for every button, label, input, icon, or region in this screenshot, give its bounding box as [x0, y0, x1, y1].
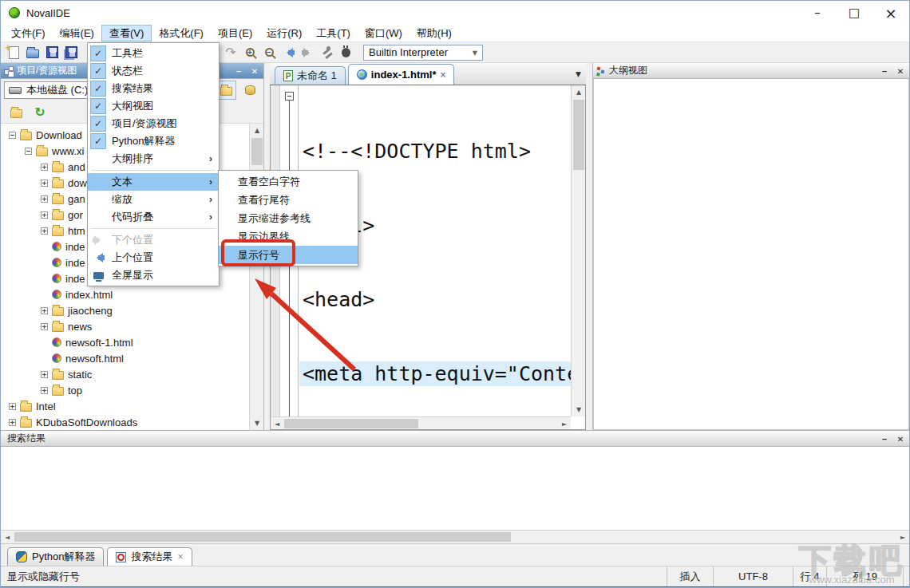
- debug-button[interactable]: [336, 44, 355, 61]
- expand-icon[interactable]: [41, 227, 48, 235]
- menu-run[interactable]: 运行(R): [259, 25, 309, 41]
- fold-collapse-icon[interactable]: [285, 92, 294, 101]
- tab-search-results[interactable]: 搜索结果: [107, 547, 192, 566]
- scroll-down-icon[interactable]: [572, 404, 585, 416]
- menu-item-code-folding[interactable]: 代码折叠: [88, 208, 219, 226]
- redo-button[interactable]: [221, 44, 240, 61]
- search-horizontal-scrollbar[interactable]: [1, 530, 909, 543]
- menu-item-indent-guides[interactable]: 显示缩进参考线: [219, 209, 358, 227]
- annotation-highlight-box: [221, 239, 295, 266]
- close-button[interactable]: [872, 1, 909, 25]
- tree-item[interactable]: static: [1, 366, 247, 382]
- scrollbar-thumb[interactable]: [573, 100, 584, 170]
- save-all-button[interactable]: [61, 44, 81, 61]
- minimize-button[interactable]: [799, 1, 836, 25]
- scroll-up-icon[interactable]: [572, 86, 585, 98]
- tree-item[interactable]: newsoft.html: [1, 350, 247, 366]
- submenu-arrow-icon: [209, 176, 212, 187]
- expand-icon[interactable]: [41, 323, 48, 330]
- menu-project[interactable]: 项目(E): [211, 25, 259, 41]
- menu-item-python-interpreter[interactable]: Python解释器: [88, 132, 219, 150]
- menu-window[interactable]: 窗口(W): [358, 25, 410, 41]
- menu-item-zoom[interactable]: 缩放: [88, 191, 219, 208]
- panel-minimize-button[interactable]: [879, 434, 890, 444]
- tree-item[interactable]: top: [1, 382, 247, 398]
- menu-edit[interactable]: 编辑(E): [53, 25, 101, 41]
- next-arrow-icon: [92, 235, 105, 245]
- collapse-icon[interactable]: [9, 132, 16, 139]
- scroll-left-icon[interactable]: [271, 418, 283, 430]
- navigate-forward-button[interactable]: [298, 44, 317, 61]
- expand-icon[interactable]: [41, 211, 48, 219]
- maximize-button[interactable]: [836, 1, 872, 25]
- tree-item[interactable]: news: [1, 318, 247, 334]
- folder-icon: [36, 148, 48, 156]
- menu-file[interactable]: 文件(F): [4, 25, 53, 41]
- editor-vertical-scrollbar[interactable]: [571, 85, 585, 416]
- menu-item-view-eol[interactable]: 查看行尾符: [219, 191, 358, 209]
- expand-icon[interactable]: [41, 387, 48, 394]
- menu-format[interactable]: 格式化(F): [152, 25, 211, 41]
- menu-item-view-whitespace[interactable]: 查看空白字符: [219, 172, 358, 191]
- scroll-right-icon[interactable]: [558, 418, 571, 430]
- tab-index-1-html[interactable]: index-1.html*: [348, 64, 455, 85]
- panel-minimize-button[interactable]: [233, 66, 244, 76]
- menu-tools[interactable]: 工具(T): [309, 25, 358, 41]
- panel-close-button[interactable]: [895, 434, 906, 444]
- expand-icon[interactable]: [41, 164, 48, 171]
- menu-item-previous-position[interactable]: 上个位置: [88, 249, 219, 266]
- tree-item[interactable]: index.html: [1, 286, 247, 302]
- menu-view[interactable]: 查看(V): [101, 25, 152, 41]
- scroll-down-icon[interactable]: [251, 417, 263, 429]
- menu-item-next-position[interactable]: 下个位置: [88, 231, 219, 249]
- splitter-right[interactable]: [586, 63, 592, 430]
- scroll-right-icon[interactable]: [896, 531, 909, 543]
- interpreter-select[interactable]: Builtin Interpreter: [363, 45, 483, 61]
- expand-icon[interactable]: [41, 307, 48, 314]
- menu-item-project-view[interactable]: 项目/资源视图: [88, 115, 219, 132]
- tree-item[interactable]: KDubaSoftDownloads: [1, 414, 247, 430]
- menu-item-search-results[interactable]: 搜索结果: [88, 80, 219, 97]
- expand-icon[interactable]: [41, 195, 48, 203]
- expand-icon[interactable]: [41, 371, 48, 378]
- menu-item-fullscreen[interactable]: 全屏显示: [88, 266, 219, 284]
- menu-item-outline-view[interactable]: 大纲视图: [88, 97, 219, 115]
- menu-item-statusbar[interactable]: 状态栏: [88, 62, 219, 80]
- zoom-in-button[interactable]: +: [240, 44, 259, 61]
- menu-item-text[interactable]: 文本: [88, 173, 219, 191]
- menu-item-toolbar[interactable]: 工具栏: [88, 45, 219, 62]
- zoom-out-button[interactable]: −: [259, 44, 279, 61]
- expand-icon[interactable]: [41, 180, 48, 187]
- tab-python-interpreter[interactable]: Python解释器: [7, 547, 104, 566]
- scrollbar-thumb[interactable]: [14, 532, 511, 542]
- open-file-button[interactable]: [23, 44, 42, 61]
- tab-untitled[interactable]: 未命名 1: [275, 66, 346, 85]
- collapse-icon[interactable]: [25, 148, 32, 155]
- menu-help[interactable]: 帮助(H): [410, 25, 459, 41]
- expand-icon[interactable]: [9, 403, 16, 410]
- tab-list-dropdown[interactable]: [576, 70, 581, 78]
- menu-item-outline-sort[interactable]: 大纲排序: [88, 150, 219, 168]
- html-file-icon: [52, 290, 61, 299]
- scrollbar-thumb[interactable]: [284, 419, 418, 428]
- scroll-left-icon[interactable]: [1, 531, 14, 543]
- expand-icon[interactable]: [9, 419, 16, 426]
- new-file-button[interactable]: [4, 44, 23, 61]
- tree-item[interactable]: jiaocheng: [1, 302, 247, 318]
- panel-minimize-button[interactable]: [879, 66, 890, 76]
- scroll-up-icon[interactable]: [251, 124, 263, 136]
- open-folder-button[interactable]: [6, 103, 26, 122]
- tree-item[interactable]: Intel: [1, 398, 247, 414]
- panel-close-button[interactable]: [249, 66, 260, 76]
- tab-close-icon[interactable]: [440, 69, 445, 81]
- archive-view-button[interactable]: [239, 81, 260, 100]
- refresh-button[interactable]: [30, 103, 50, 122]
- run-button[interactable]: [317, 44, 336, 61]
- navigate-back-button[interactable]: [279, 44, 298, 61]
- save-button[interactable]: [42, 44, 61, 61]
- editor-horizontal-scrollbar[interactable]: [271, 416, 571, 429]
- panel-close-button[interactable]: [895, 66, 906, 76]
- scrollbar-thumb[interactable]: [251, 138, 263, 165]
- tab-close-icon[interactable]: [177, 551, 183, 562]
- tree-item[interactable]: newsoft-1.html: [1, 334, 247, 350]
